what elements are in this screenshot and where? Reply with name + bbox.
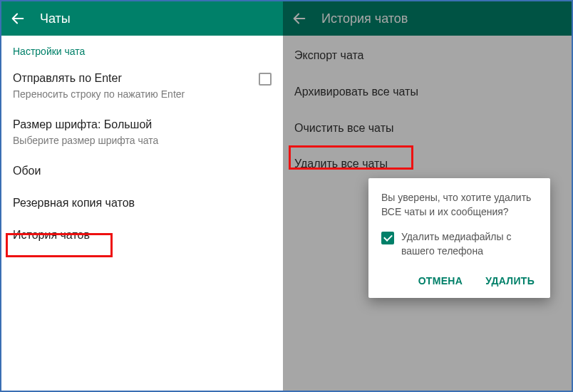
row-title: Резервная копия чатов xyxy=(13,196,272,211)
dialog-media-option[interactable]: Удалить медиафайлы с вашего телефона xyxy=(381,230,537,258)
delete-button[interactable]: УДАЛИТЬ xyxy=(482,271,537,291)
row-export-chat[interactable]: Экспорт чата xyxy=(283,36,572,72)
row-title: Обои xyxy=(13,164,272,179)
row-title: Размер шрифта: Большой xyxy=(13,118,272,133)
checkbox-checked-icon[interactable] xyxy=(381,232,394,244)
row-title: Удалить все чаты xyxy=(294,157,560,172)
row-subtitle: Выберите размер шрифта чата xyxy=(13,134,272,147)
chats-header: Чаты xyxy=(1,1,283,36)
dialog-option-label: Удалить медиафайлы с вашего телефона xyxy=(401,230,537,258)
row-wallpaper[interactable]: Обои xyxy=(1,155,283,187)
row-backup[interactable]: Резервная копия чатов xyxy=(1,187,283,220)
dialog-message: Вы уверены, что хотите удалить ВСЕ чаты … xyxy=(381,191,537,219)
row-clear-all[interactable]: Очистить все чаты xyxy=(283,108,572,145)
header-title: Чаты xyxy=(40,11,71,26)
chat-history-header: История чатов xyxy=(283,1,572,36)
row-chat-history[interactable]: История чатов xyxy=(1,220,283,252)
chat-settings-subheader: Настройки чата xyxy=(1,36,283,63)
checkbox-unchecked-icon[interactable] xyxy=(259,73,272,86)
row-title: История чатов xyxy=(13,228,272,243)
row-title: Очистить все чаты xyxy=(294,121,560,136)
dialog-actions: ОТМЕНА УДАЛИТЬ xyxy=(381,271,537,291)
phone-left-screen: Чаты Настройки чата Отправлять по Enter … xyxy=(1,1,283,391)
row-subtitle: Переносить строку по нажатию Enter xyxy=(13,88,185,100)
row-send-on-enter[interactable]: Отправлять по Enter Переносить строку по… xyxy=(1,63,283,109)
phone-right-screen: История чатов Экспорт чата Архивировать … xyxy=(283,1,572,391)
back-arrow-icon[interactable] xyxy=(10,11,26,26)
back-arrow-icon[interactable] xyxy=(291,11,307,26)
row-font-size[interactable]: Размер шрифта: Большой Выберите размер ш… xyxy=(1,109,283,155)
confirm-delete-dialog: Вы уверены, что хотите удалить ВСЕ чаты … xyxy=(368,178,550,298)
chats-settings-content: Настройки чата Отправлять по Enter Перен… xyxy=(1,36,283,391)
row-title: Архивировать все чаты xyxy=(294,85,560,100)
row-delete-all[interactable]: Удалить все чаты xyxy=(283,144,572,180)
row-title: Отправлять по Enter xyxy=(13,71,185,86)
cancel-button[interactable]: ОТМЕНА xyxy=(415,271,465,291)
row-archive-all[interactable]: Архивировать все чаты xyxy=(283,72,572,108)
header-title: История чатов xyxy=(321,11,408,26)
row-title: Экспорт чата xyxy=(294,48,560,63)
